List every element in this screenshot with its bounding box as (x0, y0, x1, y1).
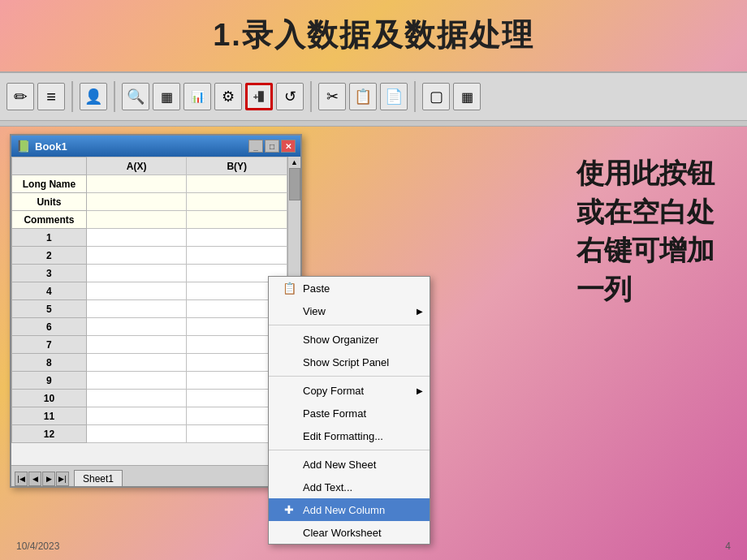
paste-button[interactable]: 📄 (380, 83, 408, 110)
cell-2-by[interactable] (187, 247, 287, 265)
window-button[interactable]: ▢ (422, 83, 450, 110)
table-row: 7 (12, 336, 287, 354)
lines-button[interactable]: ≡ (37, 83, 65, 110)
cell-4-ax[interactable] (86, 282, 187, 300)
search-button[interactable]: 🔍 (122, 83, 149, 110)
comments-by[interactable] (187, 211, 287, 229)
cell-5-ax[interactable] (86, 300, 187, 318)
ctx-sep-1 (269, 325, 430, 325)
cell-6-ax[interactable] (86, 318, 187, 336)
copy-icon: 📋 (354, 88, 372, 106)
table2-button[interactable]: ▦ (453, 83, 481, 110)
scrollbar-thumb[interactable] (289, 168, 300, 200)
cell-7-ax[interactable] (86, 336, 187, 354)
sheet-tab-label: Sheet1 (83, 473, 114, 485)
footer-date: 10/4/2023 (16, 541, 59, 552)
ctx-organizer-label: Show Organizer (303, 334, 378, 346)
ctx-paste[interactable]: 📋 Paste (269, 277, 430, 299)
rotate-button[interactable]: ↺ (276, 83, 304, 110)
copy-button[interactable]: 📋 (349, 83, 377, 110)
pencil-button[interactable]: ✏ (6, 83, 34, 110)
window-icon: ▢ (430, 88, 443, 106)
sheet-nav-last[interactable]: ▶| (56, 472, 69, 486)
person-button[interactable]: 👤 (80, 83, 107, 110)
table-row: 3 (12, 265, 287, 282)
edit-format-icon (282, 429, 296, 443)
table-button[interactable]: 📊 (184, 83, 211, 110)
table2-icon: ▦ (461, 89, 473, 105)
gear-button[interactable]: ⚙ (214, 83, 242, 110)
ctx-clear-worksheet[interactable]: Clear Worksheet (269, 521, 430, 544)
annotation-line2: 或在空白处 (576, 193, 715, 232)
sheet-nav-prev[interactable]: ◀ (28, 472, 41, 486)
add-column-button[interactable]: +▊ (245, 83, 273, 110)
annotation-line1: 使用此按钮 (576, 154, 715, 193)
cell-9-ax[interactable] (86, 372, 187, 390)
cell-2-ax[interactable] (86, 247, 187, 265)
cell-1-ax[interactable] (86, 229, 187, 247)
ctx-paste-format[interactable]: Paste Format (269, 402, 430, 424)
ctx-show-organizer[interactable]: Show Organizer (269, 328, 430, 351)
cell-11-ax[interactable] (86, 407, 187, 425)
page-title: 1.录入数据及数据处理 (0, 15, 747, 56)
gear-icon: ⚙ (222, 88, 235, 106)
pencil-icon: ✏ (14, 87, 28, 106)
ctx-add-sheet-label: Add New Sheet (303, 459, 376, 471)
comments-row: Comments (12, 211, 287, 229)
ctx-add-new-sheet[interactable]: Add New Sheet (269, 453, 430, 476)
row-num-6: 6 (12, 318, 87, 336)
table-row: 10 (12, 390, 287, 407)
cell-10-ax[interactable] (86, 390, 187, 407)
comments-ax[interactable] (86, 211, 187, 229)
corner-header (12, 157, 87, 175)
table-row: 11 (12, 407, 287, 425)
col-header-ax[interactable]: A(X) (86, 157, 187, 175)
units-row: Units (12, 193, 287, 211)
row-num-10: 10 (12, 390, 87, 407)
separator1 (71, 81, 73, 112)
cell-1-by[interactable] (187, 229, 287, 247)
sheet-nav-next[interactable]: ▶ (42, 472, 55, 486)
long-name-ax[interactable] (86, 175, 187, 193)
view-icon (282, 304, 296, 318)
table-row: 2 (12, 247, 287, 265)
sheet-nav-first[interactable]: |◀ (15, 472, 28, 486)
cell-3-ax[interactable] (86, 265, 187, 282)
row-num-3: 3 (12, 265, 87, 282)
ctx-paste-label: Paste (303, 282, 330, 295)
comments-label: Comments (12, 211, 87, 229)
annotation-text: 使用此按钮 或在空白处 右键可增加 一列 (576, 154, 715, 308)
cell-8-ax[interactable] (86, 354, 187, 372)
sheet-tab-1[interactable]: Sheet1 (74, 470, 123, 486)
ctx-show-script[interactable]: Show Script Panel (269, 351, 430, 373)
ctx-add-col-label: Add New Column (303, 504, 385, 516)
maximize-button[interactable]: □ (265, 140, 279, 153)
footer-page: 4 (725, 541, 731, 552)
ctx-edit-formatting[interactable]: Edit Formatting... (269, 424, 430, 447)
minimize-button[interactable]: _ (248, 140, 263, 153)
cell-12-ax[interactable] (86, 425, 187, 443)
add-col-icon: +▊ (253, 92, 265, 102)
clear-icon (282, 525, 296, 540)
ctx-add-new-column[interactable]: ✚ Add New Column (269, 498, 430, 521)
add-col-ctx-icon: ✚ (282, 502, 296, 517)
ctx-clear-label: Clear Worksheet (303, 527, 382, 539)
long-name-by[interactable] (187, 175, 287, 193)
toolbar-scrollbar (0, 120, 747, 127)
grid-button[interactable]: ▦ (153, 83, 180, 110)
row-num-12: 12 (12, 425, 87, 443)
ctx-view[interactable]: View (269, 299, 430, 322)
units-by[interactable] (187, 193, 287, 211)
close-button[interactable]: ✕ (281, 140, 296, 153)
ctx-copy-format[interactable]: Copy Format (269, 379, 430, 402)
add-text-icon (282, 480, 296, 494)
units-ax[interactable] (86, 193, 187, 211)
scissors-button[interactable]: ✂ (318, 83, 346, 110)
window-title: Book1 (35, 140, 67, 153)
organizer-icon (282, 332, 296, 347)
paste-icon: 📋 (282, 281, 296, 295)
col-header-by[interactable]: B(Y) (187, 157, 287, 175)
spreadsheet-table: A(X) B(Y) Long Name Units (11, 157, 287, 443)
ctx-add-text[interactable]: Add Text... (269, 476, 430, 498)
rotate-icon: ↺ (284, 88, 296, 106)
